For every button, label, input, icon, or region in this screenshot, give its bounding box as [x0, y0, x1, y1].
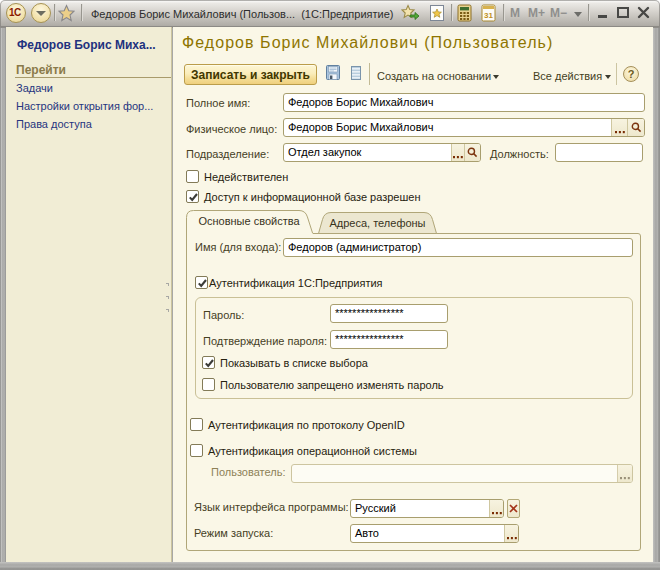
svg-text:31: 31	[484, 11, 493, 20]
